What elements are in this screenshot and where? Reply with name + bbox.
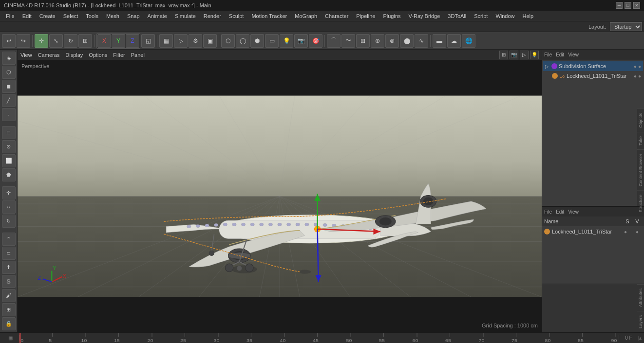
array-button[interactable]: ⊞ [356, 34, 370, 48]
transform-button[interactable]: ⊞ [78, 34, 92, 48]
vp-menu-options[interactable]: Options [89, 52, 107, 58]
rotate-tool-side-button[interactable]: ↻ [2, 215, 16, 228]
subdiv-vis-1[interactable]: ● [634, 64, 637, 69]
vp-icon-render[interactable]: ▷ [520, 51, 529, 59]
mesh-mode-button[interactable]: ⬡ [2, 66, 16, 79]
live-selection-button[interactable]: ⊙ [2, 140, 16, 153]
cylinder-button[interactable]: ⬢ [250, 34, 264, 48]
menu-item-3dtoall[interactable]: 3DToAll [444, 12, 470, 20]
render-settings-button[interactable]: ⚙ [189, 34, 202, 48]
rect-selection-button[interactable]: ⬜ [2, 154, 16, 167]
y-axis-button[interactable]: Y [112, 34, 125, 48]
scale-tool-button[interactable]: ⤡ [49, 34, 63, 48]
sky-button[interactable]: ☁ [447, 34, 461, 48]
redo-button[interactable]: ↪ [17, 34, 30, 48]
env-button[interactable]: 🌐 [462, 34, 475, 48]
polygon-mode-button[interactable]: ◼ [2, 80, 16, 93]
light-button[interactable]: 💡 [280, 34, 293, 48]
maximize-button[interactable]: □ [625, 2, 631, 9]
menu-item-edit[interactable]: Edit [19, 12, 36, 20]
attr-panel-edit[interactable]: Edit [556, 209, 564, 215]
select-all-button[interactable]: □ [2, 126, 16, 139]
menu-item-animate[interactable]: Animate [144, 12, 171, 20]
subdiv-vis-2[interactable]: ● [638, 64, 641, 69]
menu-item-select[interactable]: Select [59, 12, 82, 20]
menu-item-snap[interactable]: Snap [123, 12, 144, 20]
attr-panel-view[interactable]: View [568, 209, 579, 215]
obj-panel-file[interactable]: File [544, 52, 552, 57]
menu-item-plugins[interactable]: Plugins [379, 12, 404, 20]
menu-item-file[interactable]: File [2, 12, 19, 20]
bridge-tool-button[interactable]: ⊂ [2, 247, 16, 260]
vp-menu-view[interactable]: View [20, 52, 32, 58]
vp-menu-filter[interactable]: Filter [113, 52, 125, 58]
local-button[interactable]: ◱ [141, 34, 155, 48]
object-item-lockheed[interactable]: L◇ Lockheed_L1011_TriStar ● ● [543, 71, 643, 81]
vtab-objects[interactable]: Objects [637, 108, 644, 132]
z-axis-button[interactable]: Z [126, 34, 139, 48]
lock-button[interactable]: 🔒 [2, 317, 16, 330]
vp-menu-cameras[interactable]: Cameras [38, 52, 60, 58]
model-mode-button[interactable]: ◈ [2, 52, 16, 65]
menu-item-sculpt[interactable]: Sculpt [225, 12, 248, 20]
sphere-button[interactable]: ◯ [236, 34, 249, 48]
render-region-button[interactable]: ▦ [159, 34, 173, 48]
deformer-button[interactable]: 〜 [341, 34, 355, 48]
vp-icon-light[interactable]: 💡 [530, 51, 539, 59]
x-axis-button[interactable]: X [97, 34, 111, 48]
menu-item-mograph[interactable]: MoGraph [291, 12, 321, 20]
menu-item-render[interactable]: Render [200, 12, 225, 20]
grid-button[interactable]: ⊞ [2, 303, 16, 316]
menu-item-create[interactable]: Create [36, 12, 59, 20]
timeline-scroll-btn[interactable]: ▲ [638, 336, 642, 341]
menu-item-help[interactable]: Help [519, 12, 538, 20]
lockheed-vis-2[interactable]: ● [638, 73, 641, 79]
attr-object-row[interactable]: Lockheed_L1011_TriStar ● ● [542, 226, 644, 237]
rotate-tool-button[interactable]: ↻ [64, 34, 77, 48]
menu-item-v-ray-bridge[interactable]: V-Ray Bridge [405, 12, 444, 20]
vp-icon-camera[interactable]: 📷 [510, 51, 518, 59]
scale-tool-side-button[interactable]: ↔ [2, 200, 16, 214]
knife-tool-button[interactable]: ⌃ [2, 233, 16, 246]
obj-panel-edit[interactable]: Edit [556, 52, 564, 57]
obj-panel-view[interactable]: View [568, 52, 579, 57]
spline-button[interactable]: ∿ [415, 34, 428, 48]
menu-item-mesh[interactable]: Mesh [102, 12, 123, 20]
paint-button[interactable]: 🖌 [2, 289, 16, 302]
attr-panel-file[interactable]: File [544, 209, 552, 215]
vtab-layers[interactable]: Layers [637, 311, 644, 332]
undo-button[interactable]: ↩ [2, 34, 16, 48]
minimize-button[interactable]: ─ [616, 2, 623, 9]
cube-button[interactable]: ⬡ [221, 34, 235, 48]
menu-item-pipeline[interactable]: Pipeline [352, 12, 379, 20]
viewport[interactable]: Perspective Grid Spacing : 1000 cm [18, 60, 542, 332]
vtab-content-browser[interactable]: Content Browser [637, 149, 644, 190]
timeline-ruler[interactable]: 0 5 10 15 20 25 30 35 40 45 50 [19, 333, 619, 343]
menu-item-window[interactable]: Window [492, 12, 518, 20]
target-button[interactable]: 🎯 [309, 34, 322, 48]
vtab-take[interactable]: Take [637, 132, 644, 149]
s-icon-button[interactable]: S [2, 275, 16, 288]
point-mode-button[interactable]: · [2, 108, 16, 121]
instance-button[interactable]: ⊗ [385, 34, 399, 48]
object-item-subdiv[interactable]: ▷ Subdivision Surface ● ● [543, 61, 643, 71]
layout-select[interactable]: Startup [610, 22, 642, 31]
edge-mode-button[interactable]: ╱ [2, 94, 16, 107]
vtab-attributes[interactable]: Attributes [637, 284, 644, 311]
extrude-button[interactable]: ⬆ [2, 261, 16, 274]
nurbs-button[interactable]: ⌒ [327, 34, 341, 48]
menu-item-simulate[interactable]: Simulate [171, 12, 200, 20]
move-tool-button[interactable]: ✛ [35, 34, 48, 48]
camera-button[interactable]: 📷 [294, 34, 308, 48]
vtab-structure[interactable]: Structure [637, 190, 644, 217]
metaball-button[interactable]: ⬤ [400, 34, 414, 48]
menu-item-motion-tracker[interactable]: Motion Tracker [247, 12, 291, 20]
plane-button[interactable]: ▭ [265, 34, 279, 48]
menu-item-character[interactable]: Character [321, 12, 352, 20]
vp-menu-display[interactable]: Display [65, 52, 83, 58]
vp-icon-grid[interactable]: ⊞ [499, 51, 508, 59]
vp-menu-panel[interactable]: Panel [131, 52, 145, 58]
render-active-button[interactable]: ▣ [203, 34, 217, 48]
move-tool-side-button[interactable]: ✛ [2, 186, 16, 199]
close-button[interactable]: ✕ [633, 2, 640, 9]
